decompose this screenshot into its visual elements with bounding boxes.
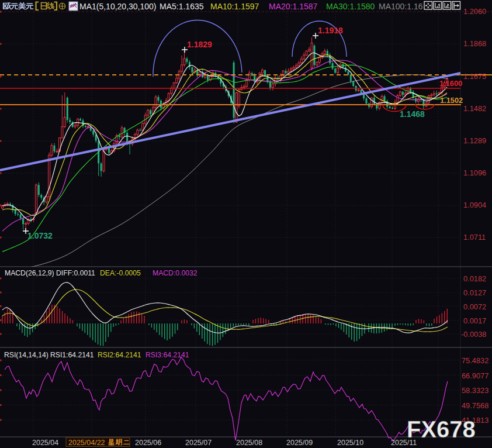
svg-text:1.0711: 1.0711 — [463, 233, 486, 242]
svg-text:1.0904: 1.0904 — [463, 201, 486, 209]
svg-text:66.9077: 66.9077 — [462, 371, 488, 380]
svg-text:-0.0038: -0.0038 — [461, 330, 486, 339]
svg-text:1.1829: 1.1829 — [187, 40, 212, 49]
svg-text:1.1600: 1.1600 — [439, 79, 462, 88]
svg-text:RSI2:64.2141: RSI2:64.2141 — [98, 351, 141, 359]
svg-text:MA20:1.1587: MA20:1.1587 — [269, 2, 317, 11]
svg-text:2025/08: 2025/08 — [236, 439, 262, 447]
svg-text:MA30:1.1580: MA30:1.1580 — [326, 2, 375, 11]
svg-text:0.0072: 0.0072 — [463, 302, 486, 311]
svg-text:DIFF:0.0011: DIFF:0.0011 — [56, 269, 95, 277]
svg-text:1.1868: 1.1868 — [463, 39, 486, 48]
svg-text:1.1482: 1.1482 — [463, 104, 486, 113]
svg-text:2025/04: 2025/04 — [32, 439, 58, 447]
svg-text:FX678: FX678 — [407, 416, 476, 442]
svg-text:2025/09: 2025/09 — [286, 439, 313, 447]
svg-text:0.0127: 0.0127 — [463, 288, 486, 297]
svg-text:1.1289: 1.1289 — [463, 136, 486, 145]
svg-text:0.0017: 0.0017 — [463, 316, 486, 325]
svg-text:2025/07: 2025/07 — [185, 439, 212, 447]
svg-text:1.2060: 1.2060 — [463, 7, 486, 16]
svg-text:DEA:-0.0005: DEA:-0.0005 — [100, 269, 141, 277]
svg-text:1.1096: 1.1096 — [463, 168, 486, 177]
svg-text:1.0732: 1.0732 — [27, 231, 53, 240]
svg-text:RSI(14,14,14): RSI(14,14,14) — [4, 351, 48, 359]
svg-text:58.3323: 58.3323 — [462, 386, 488, 395]
svg-text:2025/06: 2025/06 — [135, 439, 161, 447]
svg-text:MA100:1.16: MA100:1.16 — [379, 2, 423, 11]
svg-text:0.0182: 0.0182 — [463, 274, 486, 283]
svg-text:MACD:0.0032: MACD:0.0032 — [153, 269, 198, 277]
svg-text:1.1502: 1.1502 — [440, 96, 463, 105]
svg-text:2025/11: 2025/11 — [391, 439, 417, 447]
svg-text:49.7568: 49.7568 — [462, 401, 488, 410]
svg-text:2025/04/22: 2025/04/22 — [68, 439, 105, 447]
svg-text:1.1918: 1.1918 — [318, 26, 343, 35]
svg-text:2025/10: 2025/10 — [337, 439, 363, 447]
svg-text:75.4832: 75.4832 — [462, 356, 488, 365]
svg-text:RSI1:64.2141: RSI1:64.2141 — [50, 351, 94, 359]
svg-text:1.1675: 1.1675 — [463, 72, 486, 81]
svg-text:MA5:1.1635: MA5:1.1635 — [160, 2, 204, 11]
svg-text:MA10:1.1597: MA10:1.1597 — [210, 2, 259, 11]
svg-text:1.1468: 1.1468 — [400, 109, 425, 119]
svg-text:MA1(5,10,20,30,100): MA1(5,10,20,30,100) — [79, 2, 157, 11]
svg-text:RSI3:64.2141: RSI3:64.2141 — [145, 351, 189, 359]
svg-text:MACD(26,12,9): MACD(26,12,9) — [5, 269, 54, 277]
